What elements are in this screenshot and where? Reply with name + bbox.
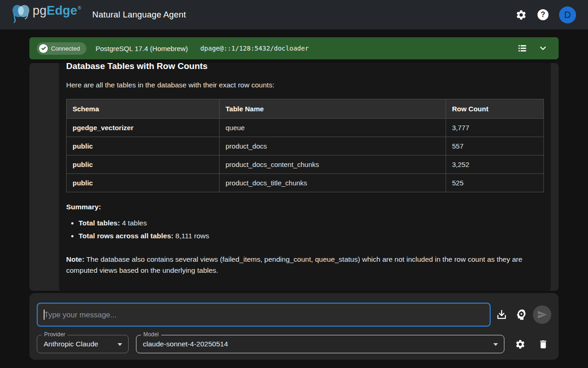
bullet-value: 4 tables: [120, 219, 147, 227]
cell-schema: pgedge_vectorizer: [67, 119, 220, 137]
table-row: public product_docs 557: [67, 137, 544, 155]
cell-row-count: 3,252: [446, 155, 544, 174]
cell-schema: public: [67, 155, 220, 174]
cell-row-count: 525: [446, 174, 544, 192]
connection-string: dpage@::1/128:5432/docloader: [200, 45, 309, 52]
bullet-value: 8,111 rows: [173, 232, 209, 240]
cell-table-name: product_docs_content_chunks: [220, 155, 446, 174]
trash-icon[interactable]: [538, 339, 548, 350]
table-header-row: Schema Table Name Row Count: [67, 99, 544, 119]
cell-row-count: 557: [446, 137, 544, 155]
caret-down-icon: [118, 343, 122, 346]
note-paragraph: Note: The database also contains several…: [66, 254, 539, 276]
provider-select[interactable]: Provider Anthropic Claude: [37, 335, 129, 353]
message-heading: Database Tables with Row Counts: [66, 63, 543, 71]
pgedge-logo-icon: [10, 4, 32, 26]
app-header: pg Edge ® Natural Language Agent ? D: [0, 0, 588, 29]
header-actions: ? D: [515, 6, 576, 23]
page-title: Natural Language Agent: [92, 10, 186, 20]
chevron-down-icon[interactable]: [538, 44, 548, 53]
provider-select-label: Provider: [42, 331, 68, 338]
avatar[interactable]: D: [559, 6, 576, 23]
column-header-table-name: Table Name: [220, 99, 446, 119]
model-select-value: claude-sonnet-4-20250514: [136, 335, 504, 353]
wordmark-edge: Edge: [46, 4, 77, 18]
pgedge-logo: pg Edge ®: [10, 4, 81, 26]
download-icon[interactable]: [496, 309, 508, 321]
caret-down-icon: [493, 343, 498, 346]
wordmark-pg: pg: [33, 4, 46, 18]
send-button[interactable]: [533, 305, 551, 324]
table-row: public product_docs_title_chunks 525: [67, 174, 544, 192]
provider-select-value: Anthropic Claude: [37, 335, 128, 353]
cell-table-name: product_docs_title_chunks: [220, 174, 446, 192]
column-header-schema: Schema: [67, 99, 220, 119]
settings-gear-icon[interactable]: [515, 9, 527, 21]
cell-table-name: product_docs: [220, 137, 446, 155]
table-row: pgedge_vectorizer queue 3,777: [67, 119, 544, 137]
note-label: Note:: [66, 255, 85, 263]
composer-settings-gear-icon[interactable]: [515, 339, 526, 350]
summary-heading: Summary:: [66, 203, 543, 211]
tables-row-count-table: Schema Table Name Row Count pgedge_vecto…: [66, 99, 544, 192]
avatar-letter: D: [559, 6, 576, 23]
column-header-row-count: Row Count: [446, 99, 544, 119]
list-item: Total tables: 4 tables: [79, 217, 543, 230]
cell-table-name: queue: [220, 119, 446, 137]
note-text: The database also contains several views…: [66, 255, 522, 274]
wordmark-registered: ®: [78, 6, 81, 11]
message-intro: Here are all the tables in the database …: [66, 81, 543, 89]
connection-list-icon[interactable]: [517, 43, 527, 53]
chat-history-panel[interactable]: Database Tables with Row Counts Here are…: [29, 63, 559, 291]
pgedge-wordmark: pg Edge ®: [33, 4, 81, 18]
psychology-icon[interactable]: [515, 308, 527, 321]
check-circle-icon: [39, 44, 48, 53]
message-input-wrap: [37, 303, 491, 327]
assistant-message-card: Database Tables with Row Counts Here are…: [59, 63, 551, 291]
composer-panel: Provider Anthropic Claude Model claude-s…: [29, 293, 559, 360]
text-caret: [44, 310, 45, 320]
message-input[interactable]: [38, 304, 490, 326]
server-version-label: PostgreSQL 17.4 (Homebrew): [96, 45, 188, 52]
model-select-label: Model: [141, 331, 161, 338]
list-item: Total rows across all tables: 8,111 rows: [79, 230, 543, 242]
connection-actions: [517, 43, 548, 53]
help-icon[interactable]: ?: [537, 9, 548, 20]
summary-list: Total tables: 4 tables Total rows across…: [66, 217, 543, 242]
bullet-label: Total rows across all tables:: [79, 232, 173, 240]
connection-bar: Connected PostgreSQL 17.4 (Homebrew) dpa…: [29, 37, 559, 59]
table-row: public product_docs_content_chunks 3,252: [67, 155, 544, 174]
help-question-mark: ?: [537, 9, 548, 20]
status-badge: Connected: [37, 42, 86, 55]
cell-schema: public: [67, 137, 220, 155]
bullet-label: Total tables:: [79, 219, 120, 227]
cell-schema: public: [67, 174, 220, 192]
cell-row-count: 3,777: [446, 119, 544, 137]
status-badge-label: Connected: [51, 45, 80, 52]
model-select[interactable]: Model claude-sonnet-4-20250514: [136, 335, 504, 353]
